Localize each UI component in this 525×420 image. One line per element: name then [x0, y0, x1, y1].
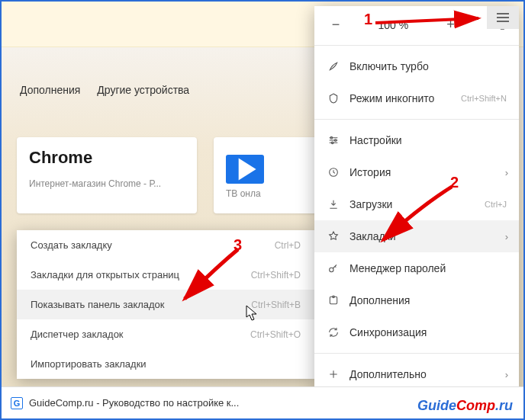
menu-bookmarks[interactable]: Закладки › [314, 220, 519, 252]
key-icon [327, 261, 340, 275]
submenu-bookmark-manager[interactable]: Диспетчер закладок Ctrl+Shift+O [17, 319, 314, 349]
shortcut: Ctrl+Shift+O [250, 329, 301, 340]
label: Режим инкогнито [349, 92, 434, 104]
label: Синхронизация [349, 326, 427, 338]
svg-point-4 [330, 268, 333, 271]
tile-title: Chrome [29, 148, 185, 168]
label: Закладки для открытых страниц [31, 269, 179, 281]
chevron-right-icon: › [505, 369, 508, 380]
label: Закладки [349, 230, 396, 242]
menu-settings[interactable]: Настройки [314, 124, 519, 156]
menu-sync[interactable]: Синхронизация [314, 316, 519, 348]
submenu-create-bookmark[interactable]: Создать закладку Ctrl+D [17, 230, 314, 260]
menu-addons[interactable]: Дополнения [314, 284, 519, 316]
separator [314, 45, 519, 46]
submenu-show-bookmarks-bar[interactable]: Показывать панель закладок Ctrl+Shift+B [17, 290, 314, 319]
chevron-right-icon: › [505, 167, 508, 178]
hamburger-button[interactable] [487, 6, 519, 29]
label: Создать закладку [31, 239, 112, 251]
label: Диспетчер закладок [31, 329, 124, 340]
label: Дополнения [349, 294, 410, 306]
separator [314, 353, 519, 354]
shortcut: Ctrl+Shift+B [251, 300, 301, 310]
tab-addons[interactable]: Дополнения [20, 84, 80, 96]
zoom-in-button[interactable]: + [442, 17, 460, 33]
tile-subtitle: Интернет-магазин Chrome - Р... [29, 178, 185, 189]
annotation-1: 1 [364, 11, 372, 28]
menu-downloads[interactable]: Загрузки Ctrl+J [314, 188, 519, 220]
shortcut: Ctrl+J [485, 200, 507, 209]
site-favicon: G [11, 397, 23, 409]
watermark: GuideComp.ru [417, 398, 513, 414]
menu-passwords[interactable]: Менеджер паролей [314, 252, 519, 284]
tablo-tabs: Дополнения Другие устройства [20, 84, 189, 96]
shortcut: Ctrl+Shift+N [461, 94, 507, 103]
tile-subtitle: ТВ онла [226, 188, 261, 199]
incognito-icon [327, 91, 340, 105]
settings-icon [327, 133, 340, 147]
main-menu: − 100 % + Включить турбо Режим инкогнито… [314, 6, 519, 414]
menu-incognito[interactable]: Режим инкогнито Ctrl+Shift+N [314, 82, 519, 114]
tab-other-devices[interactable]: Другие устройства [97, 84, 189, 96]
menu-turbo[interactable]: Включить турбо [314, 50, 519, 82]
star-icon [327, 229, 340, 243]
history-icon [327, 165, 340, 179]
shortcut: Ctrl+Shift+D [251, 270, 301, 281]
menu-history[interactable]: История › [314, 156, 519, 188]
chevron-right-icon: › [505, 231, 508, 242]
label: Загрузки [349, 198, 392, 210]
play-icon [226, 155, 264, 184]
shortcut: Ctrl+D [275, 240, 301, 251]
tile-chrome[interactable]: Chrome Интернет-магазин Chrome - Р... [17, 137, 197, 213]
bookmarks-submenu: Создать закладку Ctrl+D Закладки для отк… [17, 230, 314, 379]
annotation-3: 3 [234, 236, 242, 254]
download-icon [327, 197, 340, 211]
label: История [349, 166, 391, 178]
plus-icon [327, 367, 340, 381]
label: Показывать панель закладок [31, 299, 165, 310]
label: Дополнительно [349, 368, 427, 380]
label: Включить турбо [349, 60, 429, 72]
rocket-icon [327, 59, 340, 73]
menu-more[interactable]: Дополнительно › [314, 358, 519, 390]
zoom-out-button[interactable]: − [327, 17, 345, 33]
submenu-bookmarks-open-tabs[interactable]: Закладки для открытых страниц Ctrl+Shift… [17, 260, 314, 290]
zoom-value: 100 % [378, 19, 408, 31]
puzzle-icon [327, 293, 340, 307]
bookmark-item[interactable]: GuideComp.ru - Руководство по настройке … [29, 397, 239, 409]
separator [314, 119, 519, 120]
submenu-import-bookmarks[interactable]: Импортировать закладки [17, 349, 314, 379]
label: Настройки [349, 134, 402, 146]
annotation-2: 2 [450, 174, 459, 191]
sync-icon [327, 325, 340, 339]
label: Импортировать закладки [31, 358, 147, 370]
label: Менеджер паролей [349, 262, 446, 274]
